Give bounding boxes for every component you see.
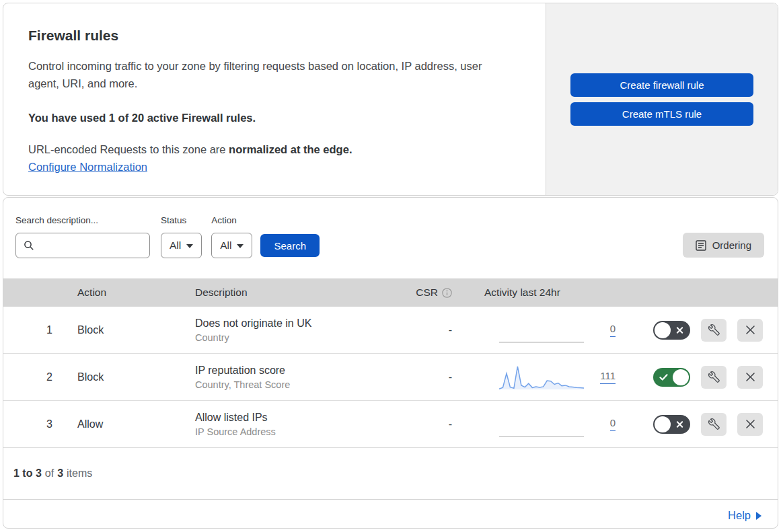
rule-csr-value: -: [406, 324, 460, 336]
rule-description: Allow listed IPs: [195, 410, 406, 425]
delete-rule-button[interactable]: [737, 319, 763, 342]
rule-fields: Country, Threat Score: [195, 378, 406, 391]
rule-enable-toggle[interactable]: [653, 368, 690, 387]
rule-description-cell: Does not originate in UK Country: [185, 315, 406, 344]
search-field-wrap: [15, 233, 150, 258]
search-group: Search description...: [15, 215, 150, 258]
rule-description: IP reputation score: [195, 363, 406, 378]
pagination-of: of: [45, 467, 54, 480]
rule-controls: [625, 366, 778, 389]
normalization-text: URL-encoded Requests to this zone are: [28, 143, 229, 155]
rule-activity-cell: 0: [460, 411, 625, 438]
edit-rule-button[interactable]: [701, 319, 727, 342]
delete-rule-button[interactable]: [737, 413, 763, 436]
search-button[interactable]: Search: [260, 234, 320, 257]
arrow-right-icon: [756, 512, 761, 520]
search-input[interactable]: [15, 233, 150, 258]
delete-rule-button[interactable]: [737, 366, 763, 389]
rule-priority: 3: [3, 418, 67, 430]
close-icon: [745, 372, 755, 382]
rule-action: Block: [67, 324, 185, 336]
action-select[interactable]: All: [211, 233, 252, 258]
edit-rule-button[interactable]: [701, 413, 727, 436]
column-csr: CSR: [406, 287, 460, 299]
toggle-cross-icon: [676, 420, 683, 428]
table-row: 2 Block IP reputation score Country, Thr…: [3, 354, 778, 401]
rule-activity-cell: 0: [460, 317, 625, 344]
create-firewall-rule-button[interactable]: Create firewall rule: [570, 73, 753, 97]
toggle-knob: [673, 369, 689, 385]
rule-enable-toggle[interactable]: [653, 321, 690, 340]
firewall-intro: Firewall rules Control incoming traffic …: [3, 3, 546, 195]
column-action: Action: [67, 287, 185, 299]
toggle-knob: [655, 322, 671, 338]
ordering-list-icon: [696, 240, 706, 251]
chevron-down-icon: [237, 244, 244, 248]
ordering-button-label: Ordering: [712, 239, 751, 251]
create-mtls-rule-button[interactable]: Create mTLS rule: [570, 102, 753, 126]
help-link[interactable]: Help: [728, 509, 761, 522]
rule-fields: Country: [195, 331, 406, 344]
rule-enable-toggle[interactable]: [653, 415, 690, 434]
pagination-items: items: [67, 467, 92, 480]
rule-fields: IP Source Address: [195, 425, 406, 439]
help-bar: Help: [3, 499, 778, 529]
activity-count-link[interactable]: 111: [600, 370, 616, 384]
page-description: Control incoming traffic to your zone by…: [28, 57, 509, 93]
action-selected-value: All: [220, 239, 231, 252]
usage-summary: You have used 1 of 20 active Firewall ru…: [28, 112, 519, 124]
rule-description: Does not originate in UK: [195, 315, 406, 331]
activity-sparkline: [498, 317, 585, 344]
firewall-rules-list-card: Search description... Status All: [3, 197, 778, 529]
toggle-knob: [655, 416, 671, 432]
close-icon: [745, 419, 755, 429]
activity-sparkline: [498, 411, 585, 438]
search-label: Search description...: [15, 215, 150, 225]
rule-action: Block: [67, 371, 185, 383]
firewall-overview-card: Firewall rules Control incoming traffic …: [3, 3, 778, 196]
close-icon: [745, 325, 755, 335]
page-title: Firewall rules: [28, 28, 519, 44]
normalization-note: URL-encoded Requests to this zone are no…: [28, 143, 519, 156]
action-filter-group: Action All: [211, 215, 252, 258]
wrench-icon: [708, 418, 720, 430]
table-row: 3 Allow Allow listed IPs IP Source Addre…: [3, 401, 778, 448]
help-label: Help: [728, 509, 751, 522]
column-description: Description: [185, 287, 406, 299]
rule-csr-value: -: [406, 418, 460, 430]
info-icon[interactable]: [442, 288, 452, 298]
chevron-down-icon: [186, 244, 193, 248]
rule-description-cell: IP reputation score Country, Threat Scor…: [185, 363, 406, 391]
firewall-rules-page: Firewall rules Control incoming traffic …: [0, 0, 781, 532]
wrench-icon: [708, 371, 720, 383]
edit-rule-button[interactable]: [701, 366, 727, 389]
status-selected-value: All: [170, 239, 181, 252]
status-select[interactable]: All: [161, 233, 202, 258]
create-rule-panel: Create firewall rule Create mTLS rule: [546, 3, 778, 195]
activity-sparkline: [498, 364, 585, 391]
configure-normalization-link[interactable]: Configure Normalization: [28, 161, 147, 174]
pagination-summary: 1 to 3 of 3 items: [3, 448, 778, 499]
table-header-row: Action Description CSR Activity last 24h…: [3, 278, 778, 307]
rule-activity-cell: 111: [460, 364, 625, 391]
normalization-bold-text: normalized at the edge.: [229, 143, 352, 155]
status-label: Status: [161, 215, 202, 225]
column-activity: Activity last 24hr: [460, 287, 625, 299]
wrench-icon: [708, 324, 720, 336]
toggle-cross-icon: [676, 326, 683, 334]
ordering-button[interactable]: Ordering: [683, 233, 764, 258]
activity-count-link[interactable]: 0: [610, 417, 616, 431]
status-filter-group: Status All: [161, 215, 202, 258]
filter-bar: Search description... Status All: [3, 198, 778, 278]
rule-priority: 2: [3, 371, 67, 383]
rule-action: Allow: [67, 418, 185, 430]
rule-controls: [625, 413, 778, 436]
pagination-range: 1 to 3: [13, 467, 42, 480]
rule-description-cell: Allow listed IPs IP Source Address: [185, 410, 406, 439]
activity-count-link[interactable]: 0: [610, 323, 616, 337]
search-icon: [24, 240, 34, 254]
csr-header-label: CSR: [416, 287, 438, 299]
rule-controls: [625, 319, 778, 342]
table-row: 1 Block Does not originate in UK Country…: [3, 307, 778, 354]
toggle-check-icon: [659, 373, 668, 381]
